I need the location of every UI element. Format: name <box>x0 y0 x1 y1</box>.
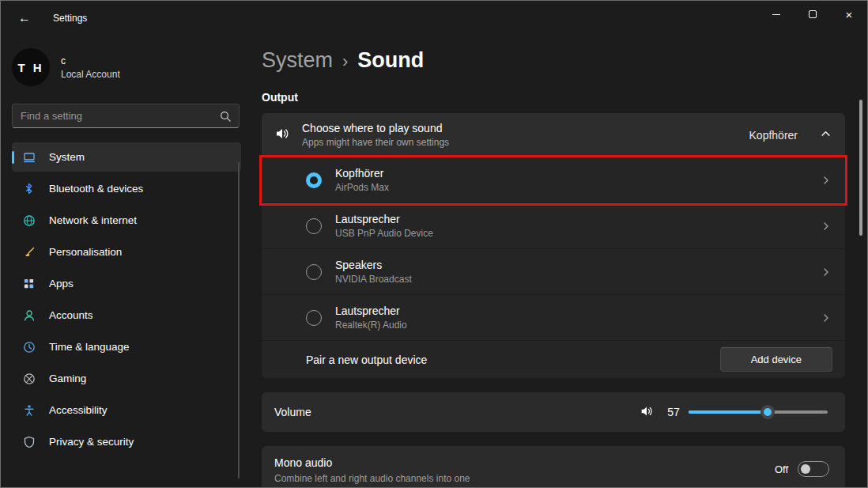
close-button[interactable]: × <box>831 1 867 28</box>
shield-icon <box>22 435 36 448</box>
volume-value: 57 <box>660 406 687 418</box>
device-row-speakers-nvidia[interactable]: Speakers NVIDIA Broadcast <box>262 248 845 294</box>
chevron-right-icon[interactable] <box>821 221 845 231</box>
page-scrollbar[interactable] <box>859 100 862 236</box>
sidebar-item-label: System <box>49 151 85 163</box>
radio-selected[interactable] <box>306 172 322 188</box>
back-button[interactable]: ← <box>12 6 37 30</box>
device-description: USB PnP Audio Device <box>335 228 821 239</box>
avatar: T H <box>12 48 50 86</box>
window-controls: × <box>758 1 867 28</box>
speaker-icon <box>274 126 290 144</box>
chevron-up-icon[interactable] <box>821 129 831 142</box>
sidebar-item-label: Personalisation <box>49 246 122 258</box>
output-device-card: Choose where to play sound Apps might ha… <box>262 113 845 378</box>
sidebar-item-label: Accessibility <box>49 404 108 416</box>
close-icon: × <box>846 9 853 21</box>
pair-device-label: Pair a new output device <box>306 354 720 366</box>
sidebar-item-time-language[interactable]: Time & language <box>12 332 241 361</box>
search-icon[interactable] <box>220 111 231 122</box>
person-icon <box>22 308 36 322</box>
device-row-kopfhoerer-airpods[interactable]: Kopfhörer AirPods Max <box>262 157 845 202</box>
sidebar: T H c Local Account System Bluetooth & d… <box>1 36 251 487</box>
mono-audio-state: Off <box>775 463 788 475</box>
user-name: c <box>61 55 120 68</box>
sidebar-item-personalisation[interactable]: Personalisation <box>12 237 241 267</box>
device-description: NVIDIA Broadcast <box>335 274 821 285</box>
device-name: Speakers <box>335 259 821 271</box>
minimize-icon <box>772 14 780 15</box>
mono-audio-label: Mono audio <box>274 456 775 469</box>
choose-output-header[interactable]: Choose where to play sound Apps might ha… <box>262 113 845 157</box>
titlebar: ← Settings × <box>1 1 867 36</box>
sidebar-item-label: Gaming <box>49 373 86 384</box>
choose-output-subtitle: Apps might have their own settings <box>302 137 738 148</box>
sidebar-item-label: Privacy & security <box>49 436 134 448</box>
sidebar-item-accessibility[interactable]: Accessibility <box>12 395 241 425</box>
radio-unselected[interactable] <box>306 218 322 234</box>
device-description: Realtek(R) Audio <box>335 320 821 331</box>
device-name: Lautsprecher <box>335 213 821 225</box>
mono-audio-toggle[interactable] <box>798 461 829 477</box>
page-title: Sound <box>357 48 424 73</box>
maximize-icon <box>809 10 817 18</box>
sidebar-item-gaming[interactable]: Gaming <box>12 364 241 393</box>
sidebar-nav: System Bluetooth & devices Network & int… <box>1 142 251 456</box>
output-section-label: Output <box>262 91 845 104</box>
apps-grid-icon <box>22 277 36 290</box>
sidebar-item-bluetooth[interactable]: Bluetooth & devices <box>12 174 241 203</box>
maximize-button[interactable] <box>794 1 831 28</box>
volume-speaker-icon[interactable] <box>640 404 654 421</box>
sidebar-item-apps[interactable]: Apps <box>12 269 241 298</box>
device-row-lautsprecher-usb[interactable]: Lautsprecher USB PnP Audio Device <box>262 202 845 248</box>
breadcrumb: System › Sound <box>262 48 845 73</box>
sidebar-item-label: Apps <box>49 278 74 289</box>
sidebar-item-label: Accounts <box>49 309 93 321</box>
device-name: Kopfhörer <box>335 167 821 180</box>
sidebar-item-label: Network & internet <box>49 214 137 226</box>
breadcrumb-system[interactable]: System <box>262 48 333 73</box>
search-input[interactable] <box>13 110 220 122</box>
add-device-button[interactable]: Add device <box>720 347 832 372</box>
sidebar-item-network[interactable]: Network & internet <box>12 206 241 235</box>
mono-audio-card: Mono audio Combine left and right audio … <box>262 446 845 488</box>
search-box[interactable] <box>12 104 240 128</box>
sidebar-scrollbar[interactable] <box>238 162 240 479</box>
chevron-right-icon[interactable] <box>821 176 845 185</box>
xbox-icon <box>22 372 36 385</box>
volume-slider-thumb[interactable] <box>760 405 775 419</box>
mono-audio-subtitle: Combine left and right audio channels in… <box>274 473 775 484</box>
device-description: AirPods Max <box>335 182 821 193</box>
paintbrush-icon <box>22 245 36 259</box>
sidebar-item-accounts[interactable]: Accounts <box>12 301 241 330</box>
radio-unselected[interactable] <box>306 264 322 280</box>
minimize-button[interactable] <box>758 1 794 28</box>
volume-slider-fill <box>689 410 768 414</box>
chevron-right-icon[interactable] <box>821 313 845 323</box>
user-account[interactable]: T H c Local Account <box>12 48 251 86</box>
network-globe-icon <box>22 214 36 227</box>
back-arrow-icon: ← <box>18 11 31 25</box>
sidebar-item-system[interactable]: System <box>12 142 241 172</box>
device-row-lautsprecher-realtek[interactable]: Lautsprecher Realtek(R) Audio <box>262 294 845 340</box>
sidebar-item-label: Time & language <box>49 341 130 353</box>
radio-unselected[interactable] <box>306 310 322 326</box>
device-name: Lautsprecher <box>335 305 821 317</box>
window-title: Settings <box>53 13 87 24</box>
volume-card: Volume 57 <box>262 392 845 432</box>
pair-device-row: Pair a new output device Add device <box>262 340 845 378</box>
accessibility-person-icon <box>22 403 36 417</box>
main-content: System › Sound Output Choose where to pl… <box>262 36 845 487</box>
bluetooth-icon <box>22 182 36 195</box>
volume-label: Volume <box>274 406 640 418</box>
selected-output-value: Kopfhörer <box>749 129 798 142</box>
breadcrumb-separator: › <box>342 51 348 72</box>
volume-slider[interactable] <box>689 404 828 420</box>
toggle-knob <box>801 464 810 474</box>
chevron-right-icon[interactable] <box>821 267 845 277</box>
account-type: Local Account <box>61 69 120 80</box>
sidebar-item-privacy-security[interactable]: Privacy & security <box>12 427 241 456</box>
choose-output-title: Choose where to play sound <box>302 122 738 134</box>
system-icon <box>22 150 36 164</box>
sidebar-item-label: Bluetooth & devices <box>49 183 143 195</box>
